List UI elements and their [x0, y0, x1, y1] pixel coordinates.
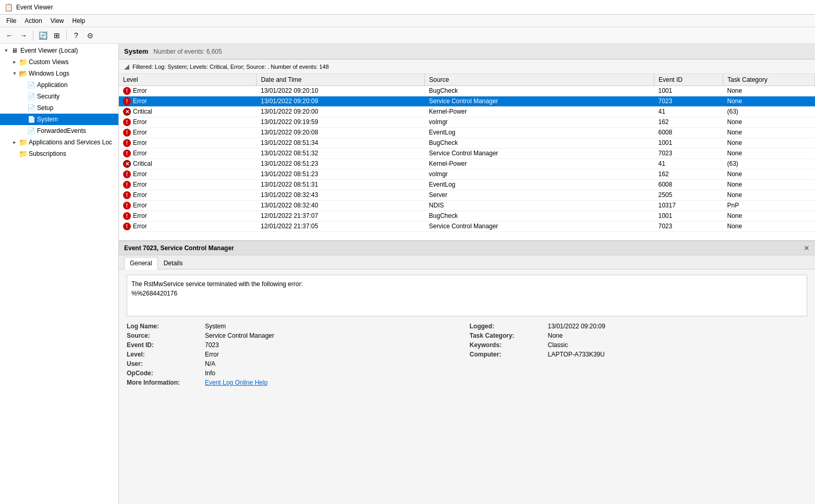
- back-button[interactable]: ←: [3, 29, 16, 42]
- field-computer-label: Computer:: [470, 351, 543, 358]
- cell-source: volmgr: [425, 117, 654, 127]
- cell-datetime: 13/01/2022 08:51:23: [257, 169, 425, 179]
- error-icon: !: [123, 223, 131, 230]
- cell-level: !Error: [119, 138, 257, 148]
- error-icon: !: [123, 129, 131, 137]
- field-opcode-label: OpCode:: [127, 370, 200, 377]
- table-row[interactable]: !Error13/01/2022 08:51:32Service Control…: [119, 148, 815, 158]
- cell-datetime: 13/01/2022 09:20:10: [257, 85, 425, 96]
- col-eventid: Event ID: [654, 74, 723, 85]
- cell-eventid: 10317: [654, 200, 723, 211]
- cell-level: !Error: [119, 221, 257, 231]
- table-row[interactable]: !Error12/01/2022 21:37:05Service Control…: [119, 221, 815, 231]
- sidebar-item-app-services[interactable]: ► 📁 Applications and Services Loc: [0, 137, 118, 148]
- sidebar-item-system[interactable]: ► 📄 System: [0, 114, 118, 125]
- field-logname-label: Log Name:: [127, 323, 200, 330]
- cell-source: BugCheck: [425, 138, 654, 148]
- field-source-value: Service Control Manager: [205, 332, 465, 339]
- refresh-button[interactable]: 🔄: [37, 29, 49, 42]
- cell-taskcategory: PnP: [723, 200, 814, 211]
- cell-source: Service Control Manager: [425, 96, 654, 106]
- toolbar: ← → 🔄 ⊞ ? ⊝: [0, 27, 815, 44]
- cell-source: Server: [425, 190, 654, 200]
- sidebar-root-label: Event Viewer (Local): [20, 47, 78, 54]
- table-row[interactable]: !Error13/01/2022 08:32:40NDIS10317PnP: [119, 200, 815, 211]
- cell-taskcategory: (63): [723, 106, 814, 117]
- error-icon: !: [123, 191, 131, 199]
- cell-source: NDIS: [425, 200, 654, 211]
- col-level: Level: [119, 74, 257, 85]
- table-row[interactable]: !Error13/01/2022 08:51:34BugCheck1001Non…: [119, 138, 815, 148]
- expander-custom-views: ►: [10, 58, 19, 66]
- table-row[interactable]: !Error13/01/2022 08:51:23volmgr162None: [119, 169, 815, 179]
- table-row[interactable]: !Error13/01/2022 09:20:08EventLog6008Non…: [119, 127, 815, 138]
- event-log-online-help-link[interactable]: Event Log Online Help: [205, 379, 465, 386]
- sidebar-item-security[interactable]: ► 📄 Security: [0, 91, 118, 102]
- sidebar-item-setup[interactable]: ► 📄 Setup: [0, 102, 118, 114]
- cell-datetime: 13/01/2022 08:32:43: [257, 190, 425, 200]
- cell-source: Service Control Manager: [425, 148, 654, 158]
- sidebar-item-custom-views[interactable]: ► 📁 Custom Views: [0, 56, 118, 68]
- table-row[interactable]: !Error13/01/2022 09:20:09Service Control…: [119, 96, 815, 106]
- tab-general[interactable]: General: [124, 257, 158, 269]
- cell-datetime: 13/01/2022 09:20:09: [257, 96, 425, 106]
- field-computer-value: LAPTOP-A733K39U: [548, 351, 808, 358]
- menu-action[interactable]: Action: [20, 16, 46, 26]
- sidebar-item-root[interactable]: ▼ 🖥 Event Viewer (Local): [0, 45, 118, 56]
- sidebar-item-subscriptions[interactable]: ► 📁 Subscriptions: [0, 148, 118, 159]
- table-row[interactable]: !Error13/01/2022 09:20:10BugCheck1001Non…: [119, 85, 815, 96]
- tab-details[interactable]: Details: [158, 257, 189, 269]
- cell-taskcategory: None: [723, 96, 814, 106]
- table-row[interactable]: !Error13/01/2022 08:32:43Server2505None: [119, 190, 815, 200]
- cell-datetime: 12/01/2022 21:37:07: [257, 211, 425, 221]
- table-row[interactable]: !Error12/01/2022 21:37:07BugCheck1001Non…: [119, 211, 815, 221]
- menu-bar: File Action View Help: [0, 15, 815, 27]
- table-header-row: Level Date and Time Source Event ID Task…: [119, 74, 815, 85]
- title-bar: 📋 Event Viewer: [0, 0, 815, 15]
- detail-header: Event 7023, Service Control Manager ✕: [119, 241, 815, 255]
- cell-taskcategory: None: [723, 221, 814, 231]
- forward-button[interactable]: →: [17, 29, 30, 42]
- sidebar-item-forwarded[interactable]: ► 📄 ForwardedEvents: [0, 125, 118, 137]
- sidebar-label-forwarded: ForwardedEvents: [37, 127, 86, 134]
- cell-taskcategory: None: [723, 117, 814, 127]
- detail-panel: Event 7023, Service Control Manager ✕ Ge…: [119, 241, 815, 504]
- help-button[interactable]: ?: [70, 29, 82, 42]
- cell-level: !Error: [119, 148, 257, 158]
- cell-taskcategory: None: [723, 85, 814, 96]
- table-row[interactable]: ✕Critical13/01/2022 09:20:00Kernel-Power…: [119, 106, 815, 117]
- sidebar-item-windows-logs[interactable]: ▼ 📂 Windows Logs: [0, 68, 118, 79]
- sidebar-label-application: Application: [37, 81, 68, 89]
- events-table-container[interactable]: Level Date and Time Source Event ID Task…: [119, 74, 815, 241]
- field-eventid-label: Event ID:: [127, 341, 200, 349]
- table-row[interactable]: ✕Critical13/01/2022 08:51:23Kernel-Power…: [119, 158, 815, 169]
- col-source: Source: [425, 74, 654, 85]
- menu-help[interactable]: Help: [68, 16, 90, 26]
- menu-file[interactable]: File: [2, 16, 20, 26]
- sidebar-item-application[interactable]: ► 📄 Application: [0, 79, 118, 91]
- cell-level: !Error: [119, 190, 257, 200]
- cell-taskcategory: None: [723, 148, 814, 158]
- cell-datetime: 12/01/2022 21:37:05: [257, 221, 425, 231]
- toolbar-separator-2: [66, 30, 67, 41]
- properties-button[interactable]: ⊞: [51, 29, 63, 42]
- cell-eventid: 162: [654, 169, 723, 179]
- log-header: System Number of events: 6,605: [119, 44, 815, 59]
- field-level-value: Error: [205, 351, 465, 358]
- extra-button[interactable]: ⊝: [84, 29, 96, 42]
- field-eventid-value: 7023: [205, 341, 465, 349]
- folder-icon-subscriptions: 📁: [19, 150, 27, 158]
- cell-eventid: 41: [654, 106, 723, 117]
- detail-close-button[interactable]: ✕: [804, 244, 810, 252]
- cell-taskcategory: (63): [723, 158, 814, 169]
- cell-datetime: 13/01/2022 09:20:08: [257, 127, 425, 138]
- cell-datetime: 13/01/2022 08:51:32: [257, 148, 425, 158]
- folder-icon: 📁: [19, 58, 27, 66]
- table-row[interactable]: !Error13/01/2022 08:51:31EventLog6008Non…: [119, 179, 815, 190]
- field-source-label: Source:: [127, 332, 200, 339]
- table-row[interactable]: !Error13/01/2022 09:19:59volmgr162None: [119, 117, 815, 127]
- error-icon: !: [123, 170, 131, 178]
- cell-source: Kernel-Power: [425, 106, 654, 117]
- menu-view[interactable]: View: [46, 16, 68, 26]
- filter-text: Filtered: Log: System; Levels: Critical,…: [132, 64, 329, 70]
